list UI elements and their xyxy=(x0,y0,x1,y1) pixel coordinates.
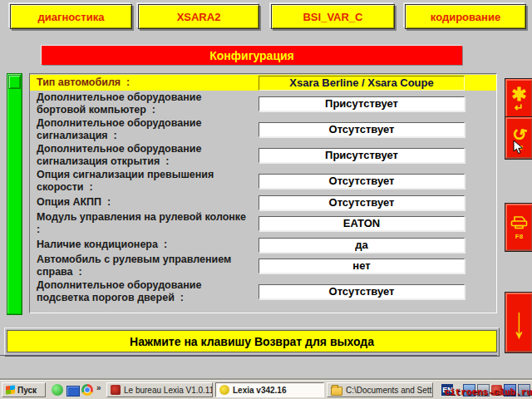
config-row-onboard-computer: Дополнительное оборудование бортовой ком… xyxy=(30,91,496,116)
footer-message-bar: Нажмите на клавишу Возврат для выхода xyxy=(4,328,500,357)
taskbar-item-explorer[interactable]: C:\Documents and Settin... xyxy=(327,382,433,397)
vehicle-model-button[interactable]: XSARA2 xyxy=(138,4,259,29)
config-row-label: Автомобиль с рулевым управлением справа … xyxy=(30,254,253,278)
asterisk-icon: ✱ xyxy=(511,86,526,103)
vertical-scrollbar[interactable] xyxy=(7,73,22,315)
taskbar-item-lexia-app[interactable]: Lexia v342.16 xyxy=(215,382,324,397)
config-row-value: Отсутствует xyxy=(259,174,465,189)
lexia-desktop-icon xyxy=(111,385,121,395)
escape-button[interactable]: ✱ ↵ xyxy=(505,79,532,119)
config-row-value: Отсутствует xyxy=(259,122,465,137)
taskbar-item-lexia-desktop[interactable]: Le bureau Lexia V1.0.11 xyxy=(106,382,213,397)
config-row-value: Отсутствует xyxy=(259,284,465,299)
coding-button[interactable]: кодирование xyxy=(405,4,526,29)
config-row-steering-column-module: Модуль управления на рулевой колонке : E… xyxy=(30,211,496,236)
config-row-label: Дополнительное оборудование сигнализация… xyxy=(30,143,253,168)
configuration-panel: Тип автомобиля : Xsara Berline / Xsara C… xyxy=(29,73,497,313)
config-row-overspeed-alarm: Опция сигнализации превышения скорости :… xyxy=(30,169,496,194)
config-row-vehicle-type: Тип автомобиля : Xsara Berline / Xsara C… xyxy=(30,75,496,91)
taskbar-item-label: Le bureau Lexia V1.0.11 xyxy=(124,386,213,395)
config-row-value: EATON xyxy=(259,216,465,231)
lexia-app-icon xyxy=(219,385,229,395)
config-row-door-sill-lighting: Дополнительное оборудование подсветка по… xyxy=(30,279,496,304)
config-row-opening-alarm: Дополнительное оборудование сигнализация… xyxy=(30,143,496,168)
config-row-value: Xsara Berline / Xsara Coupe xyxy=(259,76,465,91)
config-row-value: Присутствует xyxy=(259,96,465,111)
start-button-label: Пуск xyxy=(17,386,37,395)
lexia-configuration-screen: диагностика XSARA2 BSI_VAR_C кодирование… xyxy=(0,0,532,399)
site-watermark: citroens-club.ru xyxy=(444,387,532,397)
taskbar-item-label: C:\Documents and Settin... xyxy=(346,386,433,395)
config-row-label: Опция АКПП : xyxy=(30,196,253,209)
window-bottom-edge xyxy=(0,355,497,356)
config-row-value: Отсутствует xyxy=(259,195,465,210)
taskbar-item-label: Lexia v342.16 xyxy=(233,386,287,395)
return-key-icon: ↵ xyxy=(515,103,524,112)
config-row-label: Опция сигнализации превышения скорости : xyxy=(30,169,253,194)
config-row-automatic-gearbox: Опция АКПП : Отсутствует xyxy=(30,195,496,210)
page-title: Конфигурация xyxy=(42,46,462,65)
folder-icon xyxy=(331,387,342,396)
config-row-value: Присутствует xyxy=(259,148,465,163)
chrome-icon[interactable] xyxy=(81,384,93,396)
print-f8-button[interactable]: F8 xyxy=(505,204,532,251)
config-row-label: Наличие кондиционера : xyxy=(30,239,253,251)
scrollbar-thumb[interactable] xyxy=(8,75,21,89)
green-app-icon[interactable] xyxy=(52,384,63,396)
footer-message: Нажмите на клавишу Возврат для выхода xyxy=(7,330,497,352)
config-row-label: Тип автомобиля : xyxy=(30,76,253,89)
down-arrow-icon: ↓ xyxy=(513,300,525,345)
scroll-down-button[interactable]: ↓ xyxy=(505,293,532,352)
config-row-value: нет xyxy=(259,259,465,273)
f8-key-label: F8 xyxy=(515,233,523,240)
config-row-label: Дополнительное оборудование сигнализация… xyxy=(30,117,253,142)
quick-launch-overflow-chevron[interactable]: » xyxy=(96,383,101,392)
windows-logo-icon xyxy=(6,385,15,394)
config-row-value: да xyxy=(259,238,465,253)
start-button[interactable]: Пуск xyxy=(2,382,46,397)
config-row-right-hand-drive: Автомобиль с рулевым управлением справа … xyxy=(30,254,496,278)
config-row-alarm: Дополнительное оборудование сигнализация… xyxy=(30,117,496,142)
config-row-label: Дополнительное оборудование бортовой ком… xyxy=(30,91,253,116)
config-row-label: Модуль управления на рулевой колонке : xyxy=(30,211,253,236)
mouse-cursor xyxy=(513,140,524,159)
ecu-bsi-var-c-button[interactable]: BSI_VAR_C xyxy=(271,4,395,29)
config-row-air-conditioning: Наличие кондиционера : да xyxy=(30,237,496,253)
config-row-label: Дополнительное оборудование подсветка по… xyxy=(30,279,253,304)
diagnostics-button[interactable]: диагностика xyxy=(10,4,132,29)
display-app-icon[interactable] xyxy=(66,386,80,397)
printer-icon xyxy=(510,215,528,233)
